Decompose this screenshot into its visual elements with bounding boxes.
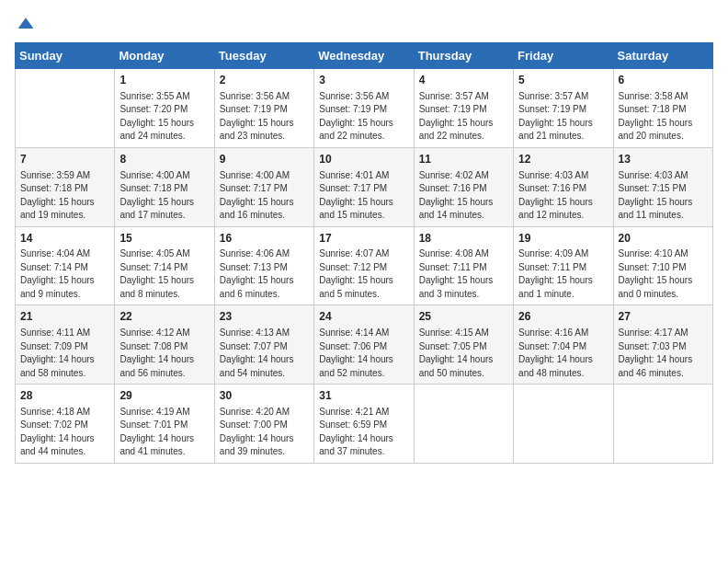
page-header [15,15,713,33]
day-number: 2 [220,73,309,88]
day-number: 7 [20,152,109,167]
calendar-week-row: 28Sunrise: 4:18 AMSunset: 7:02 PMDayligh… [16,385,713,464]
calendar-cell: 3Sunrise: 3:56 AMSunset: 7:19 PMDaylight… [314,69,414,148]
day-number: 24 [319,309,408,325]
day-info: Sunrise: 4:09 AMSunset: 7:11 PMDaylight:… [518,247,608,301]
day-info: Sunrise: 4:21 AMSunset: 6:59 PMDaylight:… [319,406,408,459]
day-number: 3 [319,73,408,88]
calendar-table: SundayMondayTuesdayWednesdayThursdayFrid… [15,42,713,464]
calendar-week-row: 14Sunrise: 4:04 AMSunset: 7:14 PMDayligh… [16,226,713,305]
day-info: Sunrise: 4:17 AMSunset: 7:03 PMDaylight:… [619,327,708,380]
day-number: 28 [20,388,109,404]
calendar-cell: 21Sunrise: 4:11 AMSunset: 7:09 PMDayligh… [16,305,115,385]
calendar-header-thursday: Thursday [414,43,513,69]
calendar-cell: 5Sunrise: 3:57 AMSunset: 7:19 PMDaylight… [514,69,613,148]
day-number: 20 [619,231,708,247]
day-number: 25 [419,309,508,325]
day-info: Sunrise: 4:00 AMSunset: 7:18 PMDaylight:… [119,169,209,223]
day-info: Sunrise: 4:14 AMSunset: 7:06 PMDaylight:… [319,327,408,380]
day-number: 26 [518,309,608,325]
calendar-header-monday: Monday [115,43,214,69]
calendar-week-row: 7Sunrise: 3:59 AMSunset: 7:18 PMDaylight… [16,147,713,226]
calendar-cell [414,385,513,464]
day-info: Sunrise: 4:02 AMSunset: 7:16 PMDaylight:… [419,169,508,223]
day-info: Sunrise: 3:57 AMSunset: 7:19 PMDaylight:… [518,90,608,144]
calendar-header-sunday: Sunday [16,43,115,69]
calendar-cell: 27Sunrise: 4:17 AMSunset: 7:03 PMDayligh… [613,305,712,385]
day-number: 14 [20,231,109,247]
day-number: 18 [419,231,508,247]
day-number: 1 [119,73,209,88]
day-info: Sunrise: 3:55 AMSunset: 7:20 PMDaylight:… [119,90,209,144]
day-number: 16 [220,231,309,247]
logo [15,15,35,33]
calendar-cell: 14Sunrise: 4:04 AMSunset: 7:14 PMDayligh… [16,226,115,305]
day-info: Sunrise: 4:00 AMSunset: 7:17 PMDaylight:… [220,169,309,223]
day-number: 23 [220,309,309,325]
day-info: Sunrise: 4:01 AMSunset: 7:17 PMDaylight:… [319,169,408,223]
day-info: Sunrise: 3:59 AMSunset: 7:18 PMDaylight:… [20,169,109,223]
day-info: Sunrise: 4:20 AMSunset: 7:00 PMDaylight:… [220,406,309,459]
day-number: 4 [419,73,508,88]
day-info: Sunrise: 4:03 AMSunset: 7:16 PMDaylight:… [518,169,608,223]
day-info: Sunrise: 3:58 AMSunset: 7:18 PMDaylight:… [619,90,708,144]
day-number: 5 [518,73,608,88]
calendar-cell: 11Sunrise: 4:02 AMSunset: 7:16 PMDayligh… [414,147,513,226]
day-info: Sunrise: 4:16 AMSunset: 7:04 PMDaylight:… [518,327,608,380]
calendar-cell: 1Sunrise: 3:55 AMSunset: 7:20 PMDaylight… [115,69,214,148]
calendar-cell: 17Sunrise: 4:07 AMSunset: 7:12 PMDayligh… [314,226,414,305]
day-number: 21 [20,309,109,325]
day-info: Sunrise: 4:18 AMSunset: 7:02 PMDaylight:… [20,406,109,459]
calendar-cell: 2Sunrise: 3:56 AMSunset: 7:19 PMDaylight… [214,69,313,148]
calendar-cell: 6Sunrise: 3:58 AMSunset: 7:18 PMDaylight… [613,69,712,148]
calendar-header-tuesday: Tuesday [214,43,313,69]
day-info: Sunrise: 4:05 AMSunset: 7:14 PMDaylight:… [119,247,209,301]
day-info: Sunrise: 3:56 AMSunset: 7:19 PMDaylight:… [220,90,309,144]
calendar-cell: 23Sunrise: 4:13 AMSunset: 7:07 PMDayligh… [214,305,313,385]
calendar-cell: 26Sunrise: 4:16 AMSunset: 7:04 PMDayligh… [514,305,613,385]
day-number: 30 [220,388,309,404]
day-number: 22 [119,309,209,325]
day-number: 10 [319,152,408,167]
day-info: Sunrise: 3:57 AMSunset: 7:19 PMDaylight:… [419,90,508,144]
calendar-cell: 30Sunrise: 4:20 AMSunset: 7:00 PMDayligh… [214,385,313,464]
day-info: Sunrise: 4:12 AMSunset: 7:08 PMDaylight:… [119,327,209,380]
calendar-week-row: 21Sunrise: 4:11 AMSunset: 7:09 PMDayligh… [16,305,713,385]
calendar-cell: 8Sunrise: 4:00 AMSunset: 7:18 PMDaylight… [115,147,214,226]
calendar-header-friday: Friday [514,43,613,69]
day-info: Sunrise: 4:10 AMSunset: 7:10 PMDaylight:… [619,247,708,301]
day-number: 31 [319,388,408,404]
day-number: 15 [119,231,209,247]
day-number: 27 [619,309,708,325]
day-number: 12 [518,152,608,167]
logo-icon [17,15,35,33]
calendar-cell: 13Sunrise: 4:03 AMSunset: 7:15 PMDayligh… [613,147,712,226]
day-number: 9 [220,152,309,167]
calendar-header-saturday: Saturday [613,43,712,69]
calendar-cell: 22Sunrise: 4:12 AMSunset: 7:08 PMDayligh… [115,305,214,385]
day-number: 17 [319,231,408,247]
calendar-cell: 18Sunrise: 4:08 AMSunset: 7:11 PMDayligh… [414,226,513,305]
calendar-cell: 24Sunrise: 4:14 AMSunset: 7:06 PMDayligh… [314,305,414,385]
calendar-header-row: SundayMondayTuesdayWednesdayThursdayFrid… [16,43,713,69]
calendar-cell [613,385,712,464]
day-info: Sunrise: 3:56 AMSunset: 7:19 PMDaylight:… [319,90,408,144]
day-info: Sunrise: 4:03 AMSunset: 7:15 PMDaylight:… [619,169,708,223]
day-info: Sunrise: 4:13 AMSunset: 7:07 PMDaylight:… [220,327,309,380]
calendar-cell: 7Sunrise: 3:59 AMSunset: 7:18 PMDaylight… [16,147,115,226]
calendar-week-row: 1Sunrise: 3:55 AMSunset: 7:20 PMDaylight… [16,69,713,148]
day-number: 13 [619,152,708,167]
day-info: Sunrise: 4:04 AMSunset: 7:14 PMDaylight:… [20,247,109,301]
calendar-cell: 12Sunrise: 4:03 AMSunset: 7:16 PMDayligh… [514,147,613,226]
day-number: 8 [119,152,209,167]
day-number: 29 [119,388,209,404]
calendar-cell: 16Sunrise: 4:06 AMSunset: 7:13 PMDayligh… [214,226,313,305]
calendar-cell: 15Sunrise: 4:05 AMSunset: 7:14 PMDayligh… [115,226,214,305]
day-number: 19 [518,231,608,247]
calendar-cell [514,385,613,464]
calendar-cell: 25Sunrise: 4:15 AMSunset: 7:05 PMDayligh… [414,305,513,385]
day-number: 6 [619,73,708,88]
calendar-cell: 19Sunrise: 4:09 AMSunset: 7:11 PMDayligh… [514,226,613,305]
calendar-cell: 4Sunrise: 3:57 AMSunset: 7:19 PMDaylight… [414,69,513,148]
calendar-cell: 31Sunrise: 4:21 AMSunset: 6:59 PMDayligh… [314,385,414,464]
